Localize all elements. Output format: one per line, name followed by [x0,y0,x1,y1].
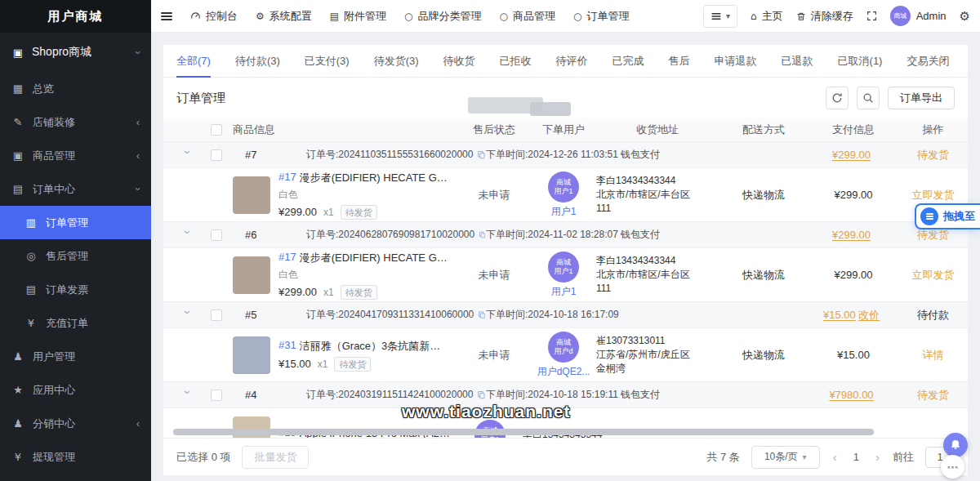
tab-item[interactable]: 已完成 [612,45,644,78]
product-id-link[interactable]: #31 [278,339,296,354]
expand-icon[interactable]: › [181,230,194,240]
tab-item[interactable]: 已取消(1) [838,45,883,78]
amount-link[interactable]: ¥7980.00 [829,389,873,401]
sidebar-item-label: 订单中心 [33,182,75,197]
tab-item[interactable]: 待发货(3) [374,45,419,78]
sidebar-brand[interactable]: ▣ Shopro商城 › [0,33,151,72]
row-checkbox[interactable] [211,229,222,241]
export-orders-button[interactable]: 订单导出 [888,87,955,109]
row-checkbox[interactable] [211,310,222,321]
clear-cache-button[interactable]: 清除缓存 [796,9,853,24]
copy-icon[interactable] [478,310,486,320]
product-image[interactable] [233,176,270,214]
copy-icon[interactable] [477,149,486,160]
product-image[interactable] [233,336,270,374]
order-no: 订单号:2024041709311331410060000 [306,308,486,322]
refresh-button[interactable] [826,87,849,109]
topnav-label: 系统配置 [270,9,312,24]
expand-icon[interactable]: › [181,310,194,320]
amount-link[interactable]: ¥15.00 [823,309,856,321]
prev-page-icon[interactable]: ‹ [831,450,839,464]
sidebar-item-order-management[interactable]: ▥订单管理 [0,206,151,239]
copy-icon[interactable] [477,390,486,400]
pay-amount: ¥299.00 [808,189,898,201]
ship-now-link[interactable]: 立即发货 [912,269,955,281]
product-qty: x1 [318,359,328,370]
select-all-checkbox[interactable] [211,124,222,136]
batch-ship-button[interactable]: 批量发货 [242,446,309,469]
tab-item[interactable]: 待收货 [443,45,475,78]
buyer-name-link[interactable]: 用户1 [551,285,577,299]
order-status: 待发货 [898,388,968,403]
row-checkbox[interactable] [211,149,222,161]
expand-icon[interactable]: › [181,150,194,160]
sidebar-item-overview[interactable]: ▦总览 [0,72,151,105]
tab-item[interactable]: 已支付(3) [305,45,350,78]
topnav-console[interactable]: 控制台 [190,9,238,24]
topnav-brand-category[interactable]: ○品牌分类管理 [404,9,481,24]
drag-target-widget[interactable]: 拖拽至 [915,203,980,229]
horizontal-scrollbar[interactable] [173,429,874,435]
caret-down-icon: ▾ [803,452,807,461]
search-button[interactable] [857,87,880,109]
amount-link[interactable]: ¥299.00 [832,149,871,161]
sidebar-item-recharge[interactable]: ¥充值订单 [0,306,151,340]
chevron-down-icon: › [131,51,144,54]
topnav-orders[interactable]: ○订单管理 [573,9,629,24]
menu-toggle-icon[interactable] [161,16,172,17]
tab-item[interactable]: 申请退款 [715,45,757,78]
product-id-link[interactable]: #17 [278,171,296,185]
sidebar-item-apps[interactable]: ★应用中心 [0,373,151,407]
ship-now-link[interactable]: 立即发货 [912,189,955,201]
topnav-attachments[interactable]: ▤附件管理 [330,9,386,24]
notification-bell-button[interactable] [943,433,968,457]
tab-item[interactable]: 已拒收 [500,45,532,78]
tab-item[interactable]: 交易关闭 [906,45,949,78]
buyer-name-link[interactable]: 用户1 [551,205,577,219]
current-page[interactable]: 1 [850,451,862,463]
total-count: 共 7 条 [706,450,739,465]
sidebar-item-withdraw[interactable]: ¥提现管理 [0,440,151,474]
product-id-link[interactable]: #17 [278,251,296,265]
page-size-select[interactable]: 10条/页▾ [751,446,820,469]
address-cell: 崔13073313011 江苏省/苏州市/虎丘区 金桐湾 [596,334,719,376]
sidebar-item-users[interactable]: ♟用户管理 [0,340,151,373]
sidebar-item-invoice[interactable]: ▤订单发票 [0,273,151,306]
chat-widget-button[interactable] [941,455,964,479]
topnav-system-config[interactable]: ⚙系统配置 [256,9,312,24]
buyer-avatar: 商城用户1 [548,252,579,283]
admin-menu[interactable]: 商城 Admin [890,6,947,26]
layout-select[interactable]: ▾ [703,5,737,28]
admin-name: Admin [916,10,947,22]
sidebar-item-distribution[interactable]: ♟分销中心‹ [0,407,151,440]
row-checkbox[interactable] [211,390,222,401]
product-price: ¥299.00 [278,206,317,218]
next-page-icon[interactable]: › [874,450,881,464]
tab-item[interactable]: 待评价 [556,45,588,78]
settings-gear-icon[interactable]: ⚙ [960,9,970,24]
fullscreen-icon[interactable] [866,11,877,21]
tab-item[interactable]: 已退款 [782,45,813,78]
amount-link[interactable]: ¥299.00 [832,229,871,241]
buyer-name-link[interactable]: 用户dQE2... [537,365,590,379]
sidebar-item-aftersale[interactable]: ◎售后管理 [0,239,151,273]
detail-link[interactable]: 详情 [923,349,944,361]
order-time: 下单时间:2024-12-26 11:03:51 [486,148,621,162]
tab-item[interactable]: 待付款(3) [235,45,280,78]
change-price-link[interactable]: 改价 [858,309,880,321]
topnav-goods[interactable]: ○商品管理 [500,9,555,24]
tab-item[interactable]: 售后 [669,45,690,78]
product-image[interactable] [233,256,270,294]
order-no: 订单号:2024062807690981710020000 [306,228,486,242]
topnav-label: 品牌分类管理 [418,9,482,24]
admin-avatar: 商城 [890,6,911,26]
expand-icon[interactable]: › [181,390,194,400]
col-header-payment: 支付信息 [808,122,898,137]
sidebar-item-order-center[interactable]: ▤订单中心› [0,172,151,206]
copy-icon[interactable] [479,229,486,240]
sidebar-item-label: 商品管理 [33,149,75,163]
home-button[interactable]: ⌂主页 [751,9,783,24]
sidebar-item-goods[interactable]: ▣商品管理‹ [0,139,151,172]
tab-item[interactable]: 全部(7) [176,45,211,78]
sidebar-item-store-design[interactable]: ✎店铺装修‹ [0,105,151,139]
